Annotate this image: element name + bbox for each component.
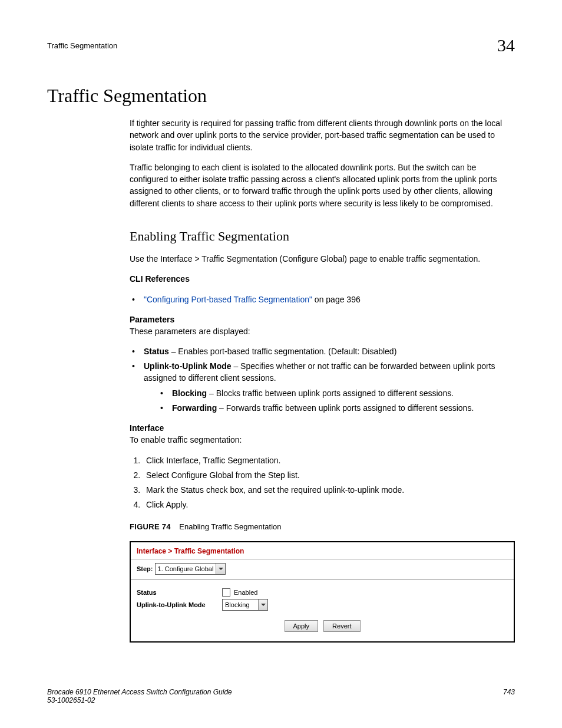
step-2: Select Configure Global from the Step li…	[143, 469, 515, 481]
intro-paragraph-1: If tighter security is required for pass…	[130, 117, 515, 153]
interface-intro: To enable traffic segmentation:	[130, 435, 242, 444]
step-3: Mark the Status check box, and set the r…	[143, 484, 515, 496]
chapter-number: 34	[497, 35, 515, 55]
parameters-heading: Parameters	[130, 315, 174, 324]
param-uplink-name: Uplink-to-Uplink Mode	[144, 361, 232, 371]
screenshot-panel: Interface > Traffic Segmentation Step: 1…	[130, 541, 515, 643]
section-heading: Enabling Traffic Segmentation	[130, 227, 515, 246]
chevron-down-icon	[261, 604, 266, 606]
uplink-mode-dropdown-button[interactable]	[258, 599, 267, 610]
uplink-mode-label: Uplink-to-Uplink Mode	[137, 601, 222, 608]
intro-paragraph-2: Traffic belonging to each client is isol…	[130, 162, 515, 209]
revert-button[interactable]: Revert	[323, 620, 360, 632]
status-label: Status	[137, 589, 222, 596]
chevron-down-icon	[219, 568, 223, 570]
step-dropdown-button[interactable]	[216, 564, 225, 574]
param-status-name: Status	[144, 347, 169, 356]
interface-heading: Interface	[130, 423, 164, 433]
parameters-intro: These parameters are displayed:	[130, 327, 250, 336]
apply-button[interactable]: Apply	[285, 620, 319, 632]
cli-reference-suffix: on page 396	[312, 295, 361, 304]
footer-page-number: 743	[503, 688, 515, 704]
param-status-desc: – Enables port-based traffic segmentatio…	[169, 347, 397, 356]
param-forwarding-name: Forwarding	[172, 403, 217, 413]
running-header-title: Traffic Segmentation	[47, 41, 117, 50]
param-blocking-name: Blocking	[172, 388, 207, 398]
step-dropdown[interactable]: 1. Configure Global	[155, 563, 226, 575]
uplink-mode-value: Blocking	[223, 599, 258, 610]
page-title: Traffic Segmentation	[47, 85, 515, 107]
param-forwarding-desc: – Forwards traffic between uplink ports …	[217, 403, 474, 413]
cli-references-heading: CLI References	[130, 274, 190, 284]
param-status: Status – Enables port-based traffic segm…	[130, 345, 515, 357]
param-blocking-desc: – Blocks traffic between uplink ports as…	[207, 388, 454, 398]
step-dropdown-value: 1. Configure Global	[156, 564, 216, 574]
cli-reference-link[interactable]: "Configuring Port-based Traffic Segmenta…	[144, 295, 312, 304]
footer-doc-number: 53-1002651-02	[47, 696, 232, 704]
uplink-mode-dropdown[interactable]: Blocking	[222, 599, 268, 611]
figure-title: Enabling Traffic Segmentation	[179, 522, 281, 531]
param-blocking: Blocking – Blocks traffic between uplink…	[158, 387, 515, 399]
cli-reference-item: "Configuring Port-based Traffic Segmenta…	[130, 294, 515, 305]
param-forwarding: Forwarding – Forwards traffic between up…	[158, 402, 515, 414]
footer-guide-title: Brocade 6910 Ethernet Access Switch Conf…	[47, 688, 232, 696]
step-4: Click Apply.	[143, 499, 515, 510]
section-lead: Use the Interface > Traffic Segmentation…	[130, 253, 515, 265]
figure-label: FIGURE 74	[130, 522, 171, 531]
step-label: Step:	[137, 565, 153, 572]
status-checkbox[interactable]	[222, 588, 230, 597]
screenshot-breadcrumb: Interface > Traffic Segmentation	[131, 542, 514, 559]
status-checkbox-label: Enabled	[234, 589, 257, 596]
step-1: Click Interface, Traffic Segmentation.	[143, 454, 515, 466]
param-uplink: Uplink-to-Uplink Mode – Specifies whethe…	[130, 360, 515, 414]
